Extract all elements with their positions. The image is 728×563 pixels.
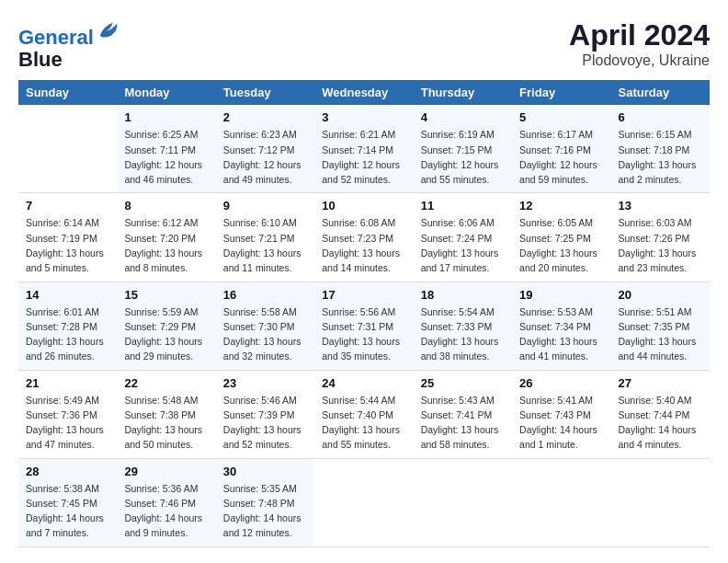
day-number: 14 — [26, 288, 109, 302]
day-number: 1 — [124, 110, 208, 124]
day-info: Sunrise: 6:21 AMSunset: 7:14 PMDaylight:… — [322, 127, 405, 187]
column-header-sunday: Sunday — [18, 80, 117, 105]
day-number: 30 — [223, 465, 307, 478]
logo-text: General Blue — [18, 18, 121, 71]
day-number: 12 — [519, 199, 603, 213]
calendar-cell: 1Sunrise: 6:25 AMSunset: 7:11 PMDaylight… — [117, 105, 215, 193]
day-number: 10 — [322, 199, 405, 213]
day-info: Sunrise: 5:58 AMSunset: 7:30 PMDaylight:… — [223, 304, 307, 364]
day-info: Sunrise: 5:46 AMSunset: 7:39 PMDaylight:… — [223, 393, 307, 453]
day-number: 17 — [322, 288, 405, 302]
calendar-cell: 19Sunrise: 5:53 AMSunset: 7:34 PMDayligh… — [512, 282, 610, 370]
calendar-cell: 30Sunrise: 5:35 AMSunset: 7:48 PMDayligh… — [216, 458, 314, 546]
calendar-cell: 14Sunrise: 6:01 AMSunset: 7:28 PMDayligh… — [18, 282, 117, 370]
day-info: Sunrise: 5:43 AMSunset: 7:41 PMDaylight:… — [421, 393, 505, 453]
day-info: Sunrise: 5:49 AMSunset: 7:36 PMDaylight:… — [26, 393, 109, 453]
day-info: Sunrise: 6:08 AMSunset: 7:23 PMDaylight:… — [322, 215, 405, 275]
calendar-cell: 24Sunrise: 5:44 AMSunset: 7:40 PMDayligh… — [314, 370, 413, 458]
day-info: Sunrise: 5:56 AMSunset: 7:31 PMDaylight:… — [322, 304, 405, 364]
day-info: Sunrise: 5:51 AMSunset: 7:35 PMDaylight:… — [619, 304, 702, 364]
calendar-week-row: 7Sunrise: 6:14 AMSunset: 7:19 PMDaylight… — [18, 193, 710, 282]
day-info: Sunrise: 6:05 AMSunset: 7:25 PMDaylight:… — [519, 215, 603, 275]
calendar-cell: 4Sunrise: 6:19 AMSunset: 7:15 PMDaylight… — [414, 105, 512, 193]
day-number: 19 — [519, 288, 603, 302]
calendar-header-row: SundayMondayTuesdayWednesdayThursdayFrid… — [18, 80, 710, 105]
logo-bird-icon — [96, 18, 121, 44]
calendar-cell — [414, 458, 512, 546]
calendar-cell: 10Sunrise: 6:08 AMSunset: 7:23 PMDayligh… — [314, 193, 413, 282]
day-info: Sunrise: 6:15 AMSunset: 7:18 PMDaylight:… — [619, 127, 702, 187]
calendar-cell — [18, 105, 117, 193]
calendar-cell: 22Sunrise: 5:48 AMSunset: 7:38 PMDayligh… — [117, 370, 215, 458]
calendar-cell: 6Sunrise: 6:15 AMSunset: 7:18 PMDaylight… — [611, 105, 710, 193]
day-number: 6 — [619, 110, 702, 124]
day-number: 20 — [619, 288, 702, 302]
calendar-week-row: 1Sunrise: 6:25 AMSunset: 7:11 PMDaylight… — [18, 105, 710, 193]
column-header-friday: Friday — [512, 80, 610, 105]
day-info: Sunrise: 6:01 AMSunset: 7:28 PMDaylight:… — [26, 304, 109, 364]
calendar-cell: 8Sunrise: 6:12 AMSunset: 7:20 PMDaylight… — [117, 193, 215, 282]
calendar-cell: 16Sunrise: 5:58 AMSunset: 7:30 PMDayligh… — [216, 282, 314, 370]
day-number: 27 — [619, 376, 702, 390]
day-number: 23 — [223, 376, 307, 390]
day-info: Sunrise: 6:14 AMSunset: 7:19 PMDaylight:… — [26, 215, 109, 275]
calendar-cell: 12Sunrise: 6:05 AMSunset: 7:25 PMDayligh… — [512, 193, 610, 282]
column-header-monday: Monday — [117, 80, 215, 105]
day-info: Sunrise: 5:54 AMSunset: 7:33 PMDaylight:… — [421, 304, 505, 364]
day-number: 11 — [421, 199, 505, 213]
calendar-cell: 27Sunrise: 5:40 AMSunset: 7:44 PMDayligh… — [611, 370, 710, 458]
calendar-cell: 3Sunrise: 6:21 AMSunset: 7:14 PMDaylight… — [314, 105, 413, 193]
title-block: April 2024 Plodovoye, Ukraine — [569, 18, 710, 69]
day-number: 15 — [124, 288, 208, 302]
day-number: 25 — [421, 376, 505, 390]
calendar-cell: 15Sunrise: 5:59 AMSunset: 7:29 PMDayligh… — [117, 282, 215, 370]
calendar-cell — [314, 458, 413, 546]
calendar-cell: 26Sunrise: 5:41 AMSunset: 7:43 PMDayligh… — [512, 370, 610, 458]
day-info: Sunrise: 6:03 AMSunset: 7:26 PMDaylight:… — [619, 215, 702, 275]
day-info: Sunrise: 6:12 AMSunset: 7:20 PMDaylight:… — [124, 215, 208, 275]
day-number: 13 — [619, 199, 702, 213]
calendar-cell — [512, 458, 610, 546]
calendar-cell: 2Sunrise: 6:23 AMSunset: 7:12 PMDaylight… — [216, 105, 314, 193]
day-number: 16 — [223, 288, 307, 302]
day-number: 8 — [124, 199, 208, 213]
day-info: Sunrise: 5:40 AMSunset: 7:44 PMDaylight:… — [619, 393, 702, 453]
calendar-cell: 21Sunrise: 5:49 AMSunset: 7:36 PMDayligh… — [18, 370, 117, 458]
day-info: Sunrise: 6:25 AMSunset: 7:11 PMDaylight:… — [124, 127, 208, 187]
logo: General Blue — [18, 18, 121, 71]
calendar-cell: 9Sunrise: 6:10 AMSunset: 7:21 PMDaylight… — [216, 193, 314, 282]
calendar-cell: 11Sunrise: 6:06 AMSunset: 7:24 PMDayligh… — [414, 193, 512, 282]
month-year-title: April 2024 — [569, 18, 710, 52]
column-header-thursday: Thursday — [414, 80, 512, 105]
calendar-cell: 13Sunrise: 6:03 AMSunset: 7:26 PMDayligh… — [611, 193, 710, 282]
column-header-saturday: Saturday — [611, 80, 710, 105]
day-number: 2 — [223, 110, 307, 124]
calendar-cell: 7Sunrise: 6:14 AMSunset: 7:19 PMDaylight… — [18, 193, 117, 282]
day-info: Sunrise: 5:48 AMSunset: 7:38 PMDaylight:… — [124, 393, 208, 453]
day-number: 9 — [223, 199, 307, 213]
calendar-cell: 25Sunrise: 5:43 AMSunset: 7:41 PMDayligh… — [414, 370, 512, 458]
calendar-cell: 28Sunrise: 5:38 AMSunset: 7:45 PMDayligh… — [18, 458, 117, 546]
day-number: 22 — [124, 376, 208, 390]
day-info: Sunrise: 6:17 AMSunset: 7:16 PMDaylight:… — [519, 127, 603, 187]
day-info: Sunrise: 6:06 AMSunset: 7:24 PMDaylight:… — [421, 215, 505, 275]
calendar-week-row: 28Sunrise: 5:38 AMSunset: 7:45 PMDayligh… — [18, 458, 710, 546]
calendar-cell: 23Sunrise: 5:46 AMSunset: 7:39 PMDayligh… — [216, 370, 314, 458]
calendar-cell: 18Sunrise: 5:54 AMSunset: 7:33 PMDayligh… — [414, 282, 512, 370]
day-number: 28 — [26, 465, 109, 478]
calendar-week-row: 14Sunrise: 6:01 AMSunset: 7:28 PMDayligh… — [18, 282, 710, 370]
day-number: 24 — [322, 376, 405, 390]
calendar-cell: 20Sunrise: 5:51 AMSunset: 7:35 PMDayligh… — [611, 282, 710, 370]
day-number: 5 — [519, 110, 603, 124]
column-header-wednesday: Wednesday — [314, 80, 413, 105]
calendar-table: SundayMondayTuesdayWednesdayThursdayFrid… — [18, 80, 710, 546]
day-info: Sunrise: 5:38 AMSunset: 7:45 PMDaylight:… — [26, 481, 109, 541]
day-number: 21 — [26, 376, 109, 390]
day-info: Sunrise: 5:36 AMSunset: 7:46 PMDaylight:… — [124, 481, 208, 541]
day-info: Sunrise: 5:53 AMSunset: 7:34 PMDaylight:… — [519, 304, 603, 364]
day-info: Sunrise: 6:23 AMSunset: 7:12 PMDaylight:… — [223, 127, 307, 187]
day-info: Sunrise: 5:35 AMSunset: 7:48 PMDaylight:… — [223, 481, 307, 541]
day-info: Sunrise: 6:10 AMSunset: 7:21 PMDaylight:… — [223, 215, 307, 275]
day-number: 29 — [124, 465, 208, 478]
calendar-cell: 29Sunrise: 5:36 AMSunset: 7:46 PMDayligh… — [117, 458, 215, 546]
